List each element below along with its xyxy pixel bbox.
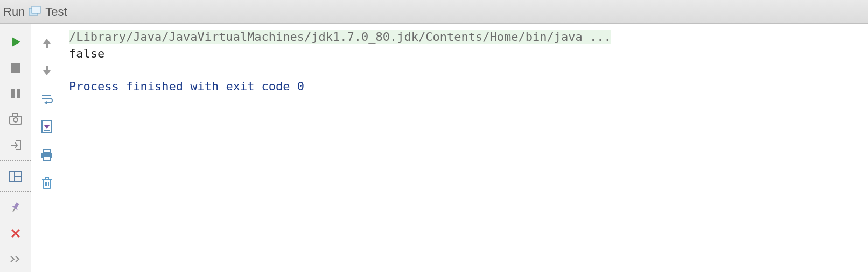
svg-marker-17 [44,125,50,129]
svg-line-12 [13,209,15,212]
play-icon [10,36,22,48]
close-icon [10,228,21,239]
tool-window-label: Run [3,5,25,19]
layout-icon [9,171,22,182]
svg-rect-27 [45,177,48,180]
scroll-down-button[interactable] [36,60,58,82]
close-button[interactable] [5,224,26,243]
scroll-to-end-button[interactable] [36,116,58,138]
stop-icon [10,62,21,73]
svg-rect-1 [32,6,40,13]
chevrons-right-icon [9,255,22,263]
soft-wrap-button[interactable] [36,88,58,110]
svg-rect-19 [44,149,50,153]
console-stdout-line: false [69,47,104,60]
print-button[interactable] [36,144,58,166]
scroll-to-end-icon [41,120,53,133]
svg-marker-15 [44,101,47,104]
svg-marker-2 [12,37,20,47]
scroll-up-button[interactable] [36,32,58,54]
arrow-down-icon [41,65,52,77]
svg-rect-3 [11,63,20,73]
console-controls-toolbar [31,24,62,272]
pause-icon [10,88,21,99]
soft-wrap-icon [40,93,53,105]
more-button[interactable] [5,249,26,269]
svg-rect-7 [13,114,17,117]
arrow-up-icon [41,37,52,49]
camera-icon [9,113,22,125]
toolbar-separator [0,191,31,192]
console-command-line: /Library/Java/JavaVirtualMachines/jdk1.7… [69,30,611,44]
console-output[interactable]: /Library/Java/JavaVirtualMachines/jdk1.7… [62,24,868,272]
svg-rect-5 [17,89,20,98]
print-icon [40,148,53,161]
pin-icon [10,202,21,213]
clear-all-button[interactable] [36,172,58,194]
dump-threads-button[interactable] [5,110,26,129]
toolbar-separator [0,160,31,161]
run-controls-toolbar [0,24,31,272]
pin-button[interactable] [5,198,26,217]
svg-rect-4 [11,89,15,98]
pause-button[interactable] [5,84,26,103]
exit-button[interactable] [5,135,26,155]
run-panel-header: Run Test [0,0,868,24]
layout-button[interactable] [5,167,26,186]
svg-point-8 [13,118,18,122]
console-exit-line: Process finished with exit code 0 [69,80,304,93]
trash-icon [41,176,53,189]
svg-rect-21 [44,156,50,160]
run-config-name: Test [45,5,67,19]
stop-button[interactable] [5,58,26,77]
exit-icon [10,139,22,151]
run-config-icon [29,6,42,17]
rerun-button[interactable] [5,32,26,52]
